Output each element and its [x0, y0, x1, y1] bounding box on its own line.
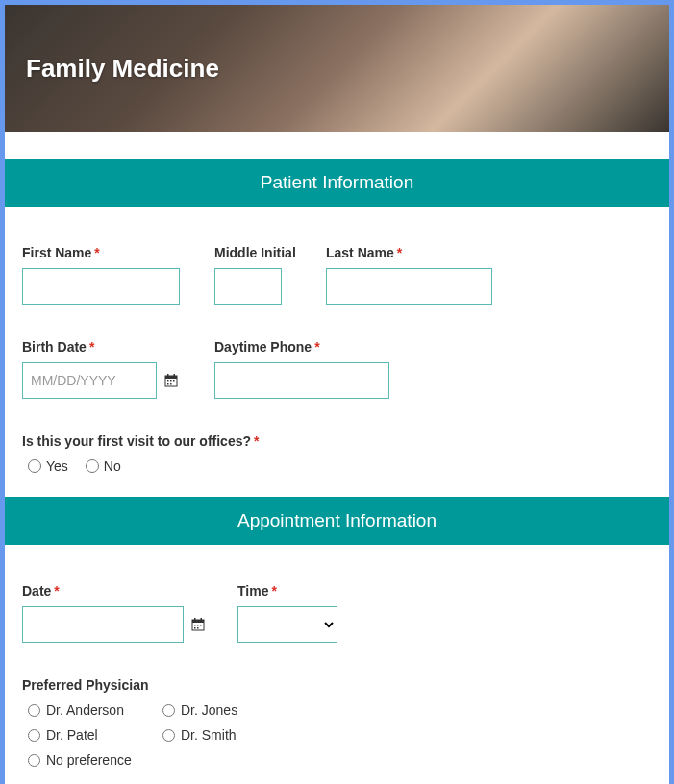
daytime-phone-field: Daytime Phone*	[214, 339, 407, 399]
svg-rect-6	[173, 380, 175, 382]
svg-rect-16	[194, 627, 196, 629]
form-container: Family Medicine Patient Information Firs…	[5, 5, 669, 784]
svg-rect-11	[194, 618, 196, 621]
patient-section: First Name* Middle Initial Last Name* Bi…	[5, 207, 669, 497]
appt-time-label: Time*	[237, 583, 353, 599]
birth-date-label: Birth Date*	[22, 339, 214, 355]
appt-time-field: Time*	[237, 583, 353, 643]
physician-jones-radio[interactable]	[162, 704, 175, 717]
calendar-icon[interactable]	[164, 374, 178, 387]
svg-rect-12	[201, 618, 203, 621]
svg-rect-8	[170, 383, 172, 385]
physician-nopref-radio[interactable]	[28, 754, 40, 767]
appointment-section: Date* Time* Preferred Physician Dr. Ande…	[5, 545, 669, 784]
svg-rect-7	[167, 383, 169, 385]
first-visit-yes-radio[interactable]	[28, 459, 41, 473]
hero-title: Family Medicine	[26, 54, 219, 84]
physician-patel[interactable]: Dr. Patel	[28, 727, 162, 743]
section-header-patient: Patient Information	[5, 159, 669, 207]
physician-anderson[interactable]: Dr. Anderson	[28, 702, 162, 718]
physician-smith-radio[interactable]	[162, 729, 175, 742]
birth-date-input[interactable]	[22, 362, 157, 399]
daytime-phone-input[interactable]	[214, 362, 389, 399]
middle-initial-field: Middle Initial	[214, 245, 326, 305]
first-visit-label: Is this your first visit to our offices?…	[22, 433, 652, 449]
svg-rect-10	[192, 620, 204, 623]
first-visit-no[interactable]: No	[86, 458, 121, 474]
birth-date-field: Birth Date*	[22, 339, 214, 399]
first-name-label: First Name*	[22, 245, 214, 260]
physician-anderson-radio[interactable]	[28, 704, 40, 717]
middle-initial-input[interactable]	[214, 268, 282, 305]
svg-rect-2	[167, 374, 169, 377]
first-visit-yes[interactable]: Yes	[28, 458, 68, 474]
physician-label: Preferred Physician	[22, 677, 652, 693]
calendar-icon[interactable]	[191, 618, 205, 631]
appt-date-field: Date*	[22, 583, 237, 643]
section-header-appointment: Appointment Information	[5, 497, 669, 545]
first-name-input[interactable]	[22, 268, 180, 305]
svg-rect-5	[170, 380, 172, 382]
last-name-label: Last Name*	[326, 245, 518, 260]
appt-date-label: Date*	[22, 583, 237, 599]
appt-time-select[interactable]	[237, 606, 337, 643]
svg-rect-13	[194, 625, 196, 626]
daytime-phone-label: Daytime Phone*	[214, 339, 407, 355]
first-visit-no-radio[interactable]	[86, 459, 99, 473]
svg-rect-14	[197, 625, 199, 626]
svg-rect-1	[165, 376, 177, 379]
spacer	[5, 132, 669, 159]
physician-patel-radio[interactable]	[28, 729, 40, 742]
middle-initial-label: Middle Initial	[214, 245, 326, 260]
svg-rect-4	[167, 380, 169, 382]
physician-field: Preferred Physician Dr. Anderson Dr. Jon…	[22, 677, 652, 768]
svg-rect-3	[174, 374, 176, 377]
svg-rect-17	[197, 627, 199, 629]
physician-jones[interactable]: Dr. Jones	[162, 702, 297, 718]
appt-date-input[interactable]	[22, 606, 184, 643]
physician-nopref[interactable]: No preference	[28, 752, 162, 768]
svg-rect-15	[200, 625, 202, 626]
physician-smith[interactable]: Dr. Smith	[162, 727, 297, 743]
hero-banner: Family Medicine	[5, 5, 669, 132]
first-name-field: First Name*	[22, 245, 214, 305]
last-name-field: Last Name*	[326, 245, 518, 305]
last-name-input[interactable]	[326, 268, 492, 305]
